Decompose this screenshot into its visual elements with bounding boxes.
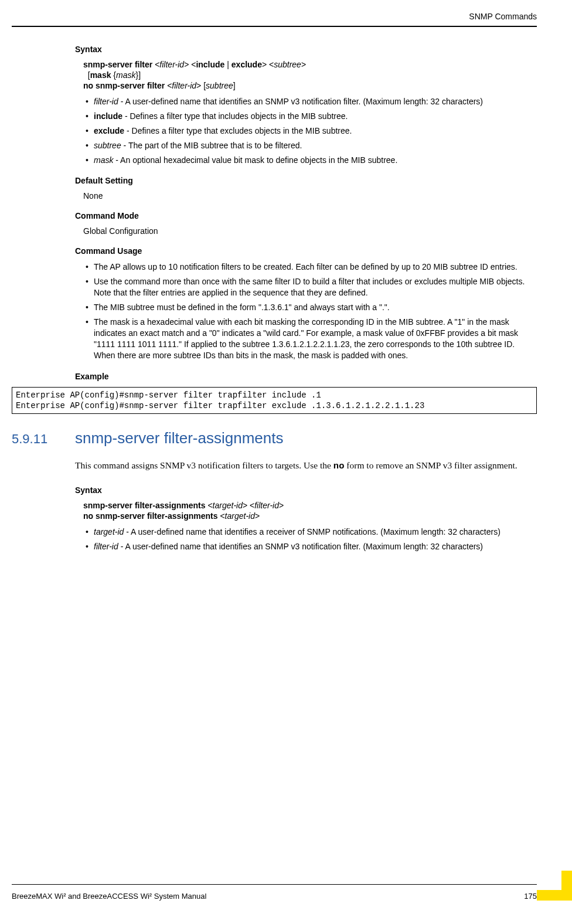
syntax-line-2-1: snmp-server filter-assignments <target-i… xyxy=(83,501,537,510)
default-setting-value: None xyxy=(83,191,537,201)
list-item: The mask is a hexadecimal value with eac… xyxy=(83,317,537,361)
syntax-block-2: snmp-server filter-assignments <target-i… xyxy=(83,501,537,521)
syntax-line-2-2: no snmp-server filter-assignments <targe… xyxy=(83,511,537,521)
syntax-block: snmp-server filter <filter-id> <include … xyxy=(83,60,537,90)
default-setting-heading: Default Setting xyxy=(75,176,537,185)
list-item: target-id - A user-defined name that ide… xyxy=(83,526,537,538)
example-code-block: Enterprise AP(config)#snmp-server filter… xyxy=(12,387,537,414)
header-title: SNMP Commands xyxy=(469,12,537,21)
example-heading: Example xyxy=(75,372,537,381)
list-item: filter-id - A user-defined name that ide… xyxy=(83,96,537,107)
list-item: include - Defines a filter type that inc… xyxy=(83,111,537,122)
list-item: The AP allows up to 10 notification filt… xyxy=(83,261,537,273)
syntax-params-list: filter-id - A user-defined name that ide… xyxy=(83,96,537,165)
list-item: mask - An optional hexadecimal value bit… xyxy=(83,155,537,166)
footer-page-number: 175 xyxy=(524,892,537,901)
footer-corner-decoration xyxy=(537,890,572,901)
usage-list: The AP allows up to 10 notification filt… xyxy=(83,261,537,361)
list-item: subtree - The part of the MIB subtree th… xyxy=(83,140,537,151)
footer-manual-title: BreezeMAX Wi² and BreezeACCESS Wi² Syste… xyxy=(12,892,206,901)
section-title: snmp-server filter-assignments xyxy=(75,429,283,447)
list-item: exclude - Defines a filter type that exc… xyxy=(83,125,537,137)
syntax-line-1: snmp-server filter <filter-id> <include … xyxy=(83,60,537,69)
page-header: SNMP Commands xyxy=(12,12,537,27)
syntax-params-list-2: target-id - A user-defined name that ide… xyxy=(83,526,537,552)
section-description: This command assigns SNMP v3 notificatio… xyxy=(75,457,537,475)
page-footer: BreezeMAX Wi² and BreezeACCESS Wi² Syste… xyxy=(12,884,537,901)
command-usage-heading: Command Usage xyxy=(75,246,537,256)
main-content: Syntax snmp-server filter <filter-id> <i… xyxy=(75,45,537,552)
syntax-heading-2: Syntax xyxy=(75,485,537,495)
command-mode-value: Global Configuration xyxy=(83,226,537,236)
section-title-row: 5.9.11 snmp-server filter-assignments xyxy=(12,429,537,447)
syntax-line-2: [mask {mask}] xyxy=(83,70,537,80)
syntax-heading: Syntax xyxy=(75,45,537,54)
list-item: filter-id - A user-defined name that ide… xyxy=(83,541,537,552)
list-item: The MIB subtree must be defined in the f… xyxy=(83,302,537,313)
syntax-line-3: no snmp-server filter <filter-id> [subtr… xyxy=(83,81,537,90)
section-number: 5.9.11 xyxy=(12,432,75,447)
list-item: Use the command more than once with the … xyxy=(83,276,537,298)
command-mode-heading: Command Mode xyxy=(75,211,537,220)
